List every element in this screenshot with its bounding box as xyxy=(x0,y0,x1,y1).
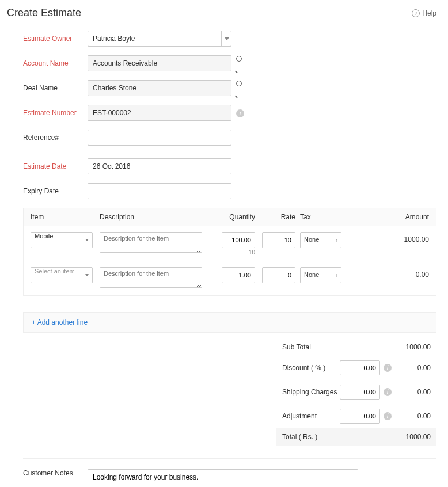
amount-value: 1000.00 xyxy=(341,232,429,244)
page-title: Create Estimate xyxy=(7,7,81,19)
info-icon[interactable]: i xyxy=(384,364,392,372)
expiry-date-label: Expiry Date xyxy=(23,187,88,195)
search-icon[interactable] xyxy=(236,80,244,96)
col-rate-header: Rate xyxy=(255,213,295,221)
help-link[interactable]: ? Help xyxy=(412,9,436,17)
estimate-owner-label: Estimate Owner xyxy=(23,35,88,43)
subtotal-label: Sub Total xyxy=(282,343,340,351)
add-line-link[interactable]: + Add another line xyxy=(32,318,88,326)
line-items-header: Item Description Quantity Rate Tax Amoun… xyxy=(24,208,436,226)
adjustment-value: 0.00 xyxy=(395,412,431,420)
col-desc-header: Description xyxy=(100,213,215,221)
adjustment-label: Adjustment xyxy=(282,412,340,420)
chevron-down-icon[interactable] xyxy=(221,31,231,47)
discount-input[interactable] xyxy=(340,360,380,375)
estimate-date-label: Estimate Date xyxy=(23,162,88,170)
search-icon[interactable] xyxy=(236,55,244,71)
divider xyxy=(23,458,436,459)
subtotal-value: 1000.00 xyxy=(340,343,431,351)
info-icon[interactable]: i xyxy=(236,109,244,117)
discount-value: 0.00 xyxy=(395,364,431,372)
line-item-row: Mobile 10 None 1000.00 xyxy=(24,226,436,261)
reference-input[interactable] xyxy=(88,130,231,146)
item-select[interactable]: Select an item xyxy=(31,267,93,283)
item-description-input[interactable] xyxy=(100,267,202,288)
quantity-sub-label: 10 xyxy=(215,249,255,256)
estimate-owner-select[interactable] xyxy=(88,31,231,47)
customer-notes-input[interactable] xyxy=(88,469,358,487)
help-icon: ? xyxy=(412,9,420,17)
help-label: Help xyxy=(422,9,436,17)
estimate-number-label: Estimate Number xyxy=(23,109,88,117)
shipping-value: 0.00 xyxy=(395,388,431,396)
shipping-label: Shipping Charges xyxy=(282,388,340,396)
discount-label: Discount ( % ) xyxy=(282,364,340,372)
deal-name-label: Deal Name xyxy=(23,84,88,92)
item-select[interactable]: Mobile xyxy=(31,232,93,248)
total-value: 1000.00 xyxy=(340,433,431,441)
col-tax-header: Tax xyxy=(295,213,341,221)
estimate-date-input[interactable] xyxy=(88,158,231,174)
rate-input[interactable] xyxy=(262,267,295,283)
col-item-header: Item xyxy=(31,213,100,221)
col-amt-header: Amount xyxy=(341,213,429,221)
reference-label: Reference# xyxy=(23,134,88,142)
rate-input[interactable] xyxy=(262,232,295,248)
customer-notes-label: Customer Notes xyxy=(23,469,88,477)
item-description-input[interactable] xyxy=(100,232,202,253)
total-label: Total ( Rs. ) xyxy=(282,433,340,441)
expiry-date-input[interactable] xyxy=(88,183,231,199)
estimate-number-input[interactable] xyxy=(88,105,231,121)
quantity-input[interactable] xyxy=(222,267,255,283)
deal-name-input[interactable] xyxy=(88,80,231,96)
adjustment-input[interactable] xyxy=(340,409,380,424)
quantity-input[interactable] xyxy=(222,232,255,248)
account-name-input[interactable] xyxy=(88,55,231,71)
line-item-row: Select an item None 0.00 xyxy=(24,261,436,295)
account-name-label: Account Name xyxy=(23,59,88,67)
amount-value: 0.00 xyxy=(341,267,429,279)
shipping-input[interactable] xyxy=(340,385,380,400)
col-qty-header: Quantity xyxy=(215,213,255,221)
info-icon[interactable]: i xyxy=(384,388,392,396)
tax-select[interactable]: None xyxy=(300,232,341,248)
tax-select[interactable]: None xyxy=(300,267,341,283)
plus-icon: + xyxy=(32,318,37,326)
info-icon[interactable]: i xyxy=(384,412,392,420)
